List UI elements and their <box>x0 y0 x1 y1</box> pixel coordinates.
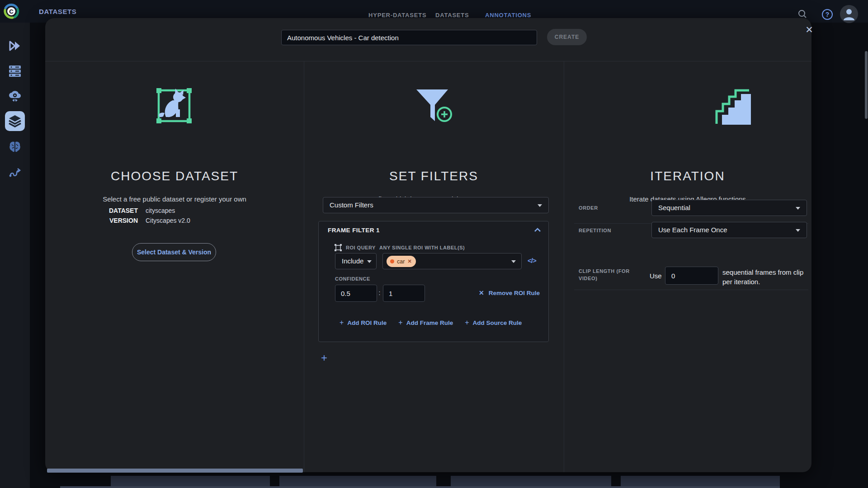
add-roi-rule-label: Add ROI Rule <box>347 319 387 326</box>
version-value: Cityscapes v2.0 <box>146 217 190 224</box>
order-value: Sequential <box>658 204 690 211</box>
filter-funnel-add-icon <box>413 87 454 127</box>
clip-length-label-line1: CLIP LENGTH (FOR <box>579 267 646 275</box>
avatar[interactable] <box>840 5 858 23</box>
iteration-divider <box>574 290 808 290</box>
roi-labels-caption: ANY SINGLE ROI WITH LABEL(S) <box>379 245 465 250</box>
remove-roi-rule-label: Remove ROI Rule <box>489 290 540 296</box>
tab-annotations[interactable]: ANNOTATIONS <box>485 12 531 19</box>
frame-filter-title: FRAME FILTER 1 <box>328 227 380 234</box>
column-divider <box>564 61 564 472</box>
code-editor-icon[interactable]: </> <box>528 257 536 264</box>
choose-dataset-subtitle: Select a free public dataset or register… <box>45 195 304 203</box>
add-source-rule-label: Add Source Rule <box>473 319 522 326</box>
add-frame-filter-button[interactable]: + <box>321 352 327 364</box>
collapse-chevrons-icon[interactable] <box>9 40 21 52</box>
annotation-task-create-screen: C DATASETS HYPER-DATASETS DATASETS ANNOT… <box>0 0 868 488</box>
select-dataset-version-button[interactable]: Select Dataset & Version <box>132 243 216 261</box>
confidence-separator: : <box>379 289 381 296</box>
caret-down-icon <box>796 229 800 232</box>
clip-suffix-line2: per iteration. <box>722 277 817 286</box>
add-source-rule-button[interactable]: +Add Source Rule <box>465 319 522 327</box>
add-roi-rule-button[interactable]: +Add ROI Rule <box>340 319 387 327</box>
roi-query-label: ROI QUERY <box>346 245 376 250</box>
svg-text:C: C <box>9 8 14 15</box>
dataset-bounding-box-dog-icon <box>152 84 196 127</box>
tab-hyper-datasets[interactable]: HYPER-DATASETS <box>368 12 426 19</box>
roi-include-select[interactable]: Include <box>335 253 377 269</box>
add-rule-row: +Add ROI Rule +Add Frame Rule +Add Sourc… <box>340 319 522 327</box>
iteration-stairs-icon <box>712 85 755 128</box>
roi-labels-select[interactable]: car ✕ <box>382 253 522 269</box>
tab-datasets[interactable]: DATASETS <box>435 12 469 19</box>
clearml-logo-icon[interactable]: C <box>3 3 20 20</box>
clip-length-suffix: sequential frames from clip per iteratio… <box>722 267 817 286</box>
cloud-autoscale-icon[interactable] <box>8 90 22 103</box>
brain-icon[interactable] <box>9 141 21 153</box>
roi-include-value: Include <box>342 257 363 265</box>
order-select[interactable]: Sequential <box>651 200 807 216</box>
choose-dataset-heading: CHOOSE DATASET <box>45 169 304 183</box>
set-filters-heading: SET FILTERS <box>304 169 564 183</box>
repetition-select[interactable]: Use Each Frame Once <box>651 222 807 238</box>
pipelines-route-icon[interactable] <box>9 166 21 178</box>
confidence-label: CONFIDENCE <box>335 276 370 282</box>
repetition-value: Use Each Frame Once <box>658 226 727 234</box>
dataset-label: DATASET <box>45 207 138 214</box>
version-label: VERSION <box>45 217 138 224</box>
frame-filter-panel: FRAME FILTER 1 ROI QUERY ANY SINGLE ROI … <box>318 221 549 342</box>
plus-icon: + <box>340 319 344 326</box>
create-annotation-task-modal: CREATE ✕ CHOOSE DATASET Select a free pu… <box>45 18 811 472</box>
page-title: DATASETS <box>39 8 76 15</box>
clip-length-input[interactable] <box>665 267 718 285</box>
confidence-min-input[interactable] <box>335 285 377 302</box>
queues-servers-icon[interactable] <box>9 65 21 77</box>
remove-roi-rule-button[interactable]: ✕Remove ROI Rule <box>479 289 540 296</box>
label-chip-car[interactable]: car ✕ <box>387 256 416 267</box>
help-icon[interactable]: ? <box>822 9 833 20</box>
filter-preset-value: Custom Filters <box>330 201 373 209</box>
user-icon <box>840 5 858 23</box>
iteration-heading: ITERATION <box>564 169 811 183</box>
clip-suffix-line1: sequential frames from clip <box>722 267 817 277</box>
caret-down-icon <box>796 207 800 210</box>
confidence-max-input[interactable] <box>383 285 425 302</box>
filter-preset-select[interactable]: Custom Filters <box>323 197 549 213</box>
dataset-value: cityscapes <box>146 207 175 214</box>
label-chip-text: car <box>397 258 405 265</box>
caret-down-icon <box>511 260 516 263</box>
chip-remove-icon[interactable]: ✕ <box>407 258 411 264</box>
remove-x-icon: ✕ <box>479 289 484 296</box>
column-divider <box>304 61 304 472</box>
task-name-input[interactable] <box>281 30 537 45</box>
vertical-scrollbar-thumb[interactable] <box>865 51 868 119</box>
plus-icon: + <box>465 319 469 326</box>
caret-down-icon <box>538 204 542 207</box>
search-icon[interactable] <box>797 9 807 19</box>
add-frame-rule-label: Add Frame Rule <box>406 319 453 326</box>
order-label: ORDER <box>579 205 598 211</box>
background-row-strip <box>60 486 780 488</box>
roi-bbox-icon <box>334 244 342 252</box>
repetition-label: REPETITION <box>579 228 611 233</box>
caret-down-icon <box>367 260 372 263</box>
horizontal-scrollbar-thumb[interactable] <box>47 469 303 473</box>
create-button[interactable]: CREATE <box>547 29 587 45</box>
chevron-up-icon[interactable] <box>534 228 541 232</box>
layers-icon <box>8 115 22 127</box>
plus-icon: + <box>398 319 402 326</box>
sidebar-item-datasets[interactable] <box>5 111 25 131</box>
use-label: Use <box>650 272 662 280</box>
clip-length-label: CLIP LENGTH (FOR VIDEO) <box>579 267 646 282</box>
header-divider <box>45 61 811 61</box>
clip-length-label-line2: VIDEO) <box>579 275 646 282</box>
label-color-dot <box>390 259 394 263</box>
close-icon[interactable]: ✕ <box>801 22 817 38</box>
add-frame-rule-button[interactable]: +Add Frame Rule <box>398 319 453 327</box>
